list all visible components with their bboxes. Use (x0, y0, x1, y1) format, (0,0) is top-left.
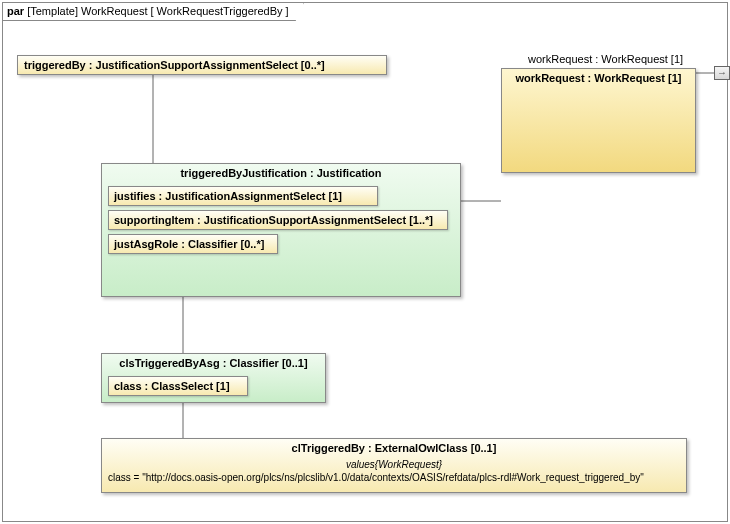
just-asg-role-row[interactable]: justAsgRole : Classifier [0..*] (108, 234, 278, 254)
class-select-row[interactable]: class : ClassSelect [1] (108, 376, 248, 396)
supporting-item-row[interactable]: supportingItem : JustificationSupportAss… (108, 210, 448, 230)
justification-box[interactable]: triggeredByJustification : Justification… (101, 163, 461, 297)
parametric-frame: par [Template] WorkRequest [ WorkRequest… (2, 2, 728, 522)
frame-kind: par (7, 5, 24, 17)
work-request-header: workRequest : WorkRequest [1] (502, 69, 695, 87)
triggered-by-box[interactable]: triggeredBy : JustificationSupportAssign… (17, 55, 387, 75)
arrow-right-icon: → (717, 67, 727, 78)
work-request-box[interactable]: workRequest : WorkRequest [1] (501, 68, 696, 173)
cls-triggered-by-asg-box[interactable]: clsTriggeredByAsg : Classifier [0..1] cl… (101, 353, 326, 403)
justifies-row[interactable]: justifies : JustificationAssignmentSelec… (108, 186, 378, 206)
frame-context: [ WorkRequestTriggeredBy ] (151, 5, 289, 17)
frame-name: WorkRequest (81, 5, 147, 17)
exit-port-icon[interactable]: → (714, 66, 730, 80)
work-request-label: workRequest : WorkRequest [1] (528, 53, 683, 65)
frame-stereotype: [Template] (27, 5, 78, 17)
justification-header: triggeredByJustification : Justification (102, 164, 460, 182)
triggered-by-header: triggeredBy : JustificationSupportAssign… (18, 56, 386, 74)
cl-triggered-by-header: clTriggeredBy : ExternalOwlClass [0..1] (102, 439, 686, 457)
cl-triggered-by-box[interactable]: clTriggeredBy : ExternalOwlClass [0..1] … (101, 438, 687, 493)
cls-triggered-by-asg-header: clsTriggeredByAsg : Classifier [0..1] (102, 354, 325, 372)
values-label: values{WorkRequest} (102, 457, 686, 470)
class-value-text: class = "http://docs.oasis-open.org/plcs… (102, 470, 686, 485)
frame-label: par [Template] WorkRequest [ WorkRequest… (3, 3, 304, 21)
